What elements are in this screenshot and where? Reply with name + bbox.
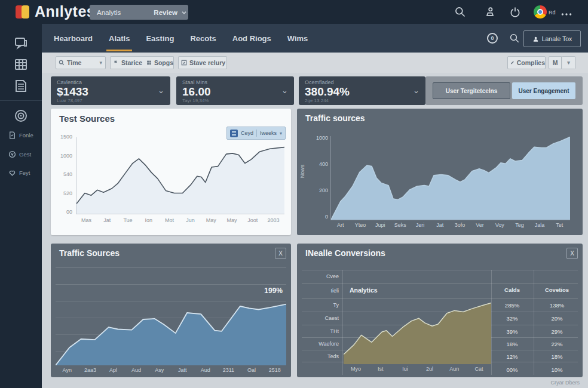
tick-label: 00 xyxy=(66,209,72,215)
x-axis-ticks: Ayn2aa3AplAudAsyJattAud2311Oal2518 xyxy=(56,367,286,373)
tick-label: Myo xyxy=(344,366,368,372)
tick-label: Jeri xyxy=(410,222,430,228)
workspace-switcher[interactable]: Analytis Review xyxy=(90,5,188,20)
mode-label: M xyxy=(553,59,558,66)
y-axis-label: Nows xyxy=(299,165,305,178)
gridline xyxy=(56,267,286,268)
tick-label: Jat xyxy=(97,217,118,223)
sidebar-item-feyt[interactable]: Feyt xyxy=(8,169,30,177)
legend-item: Iweeks xyxy=(260,130,277,136)
power-icon[interactable] xyxy=(509,6,521,18)
user-engagement-button[interactable]: User Engagement xyxy=(512,82,575,99)
tick-label: Jatt xyxy=(171,367,194,373)
analytics-dashboard: Anılytes Analytis Review Rd xyxy=(0,0,588,388)
cell-calds: 32% xyxy=(492,315,532,322)
tick-label: Ion xyxy=(138,217,159,223)
brand-logo-icon xyxy=(22,5,29,19)
kpi-card-cavlentica: Cavlentica $1433 Luar 78,497 ⌄ xyxy=(51,76,170,105)
target-icon[interactable] xyxy=(14,109,28,123)
calendar-icon xyxy=(230,130,238,137)
cell-covetios: 138% xyxy=(535,302,579,309)
sidebar-item-label: Gest xyxy=(19,151,31,158)
search-icon[interactable] xyxy=(454,6,466,18)
tick-label: Mas xyxy=(76,217,97,223)
save-relury-label: Stave relury xyxy=(189,59,225,66)
cell-calds: 12% xyxy=(492,353,532,360)
chat-window-icon[interactable] xyxy=(14,36,28,50)
row-label: Ty xyxy=(302,302,339,308)
table-line xyxy=(302,298,578,299)
search-icon[interactable] xyxy=(509,33,520,44)
tick-label: Ayn xyxy=(56,367,79,373)
time-range-select[interactable]: Time ▾ xyxy=(56,56,106,69)
mode-dropdown-button[interactable]: ▾ xyxy=(562,56,575,69)
profile-button[interactable]: Lanale Tox xyxy=(523,30,581,47)
tick-label: Seks xyxy=(390,222,410,228)
time-select-value: Time xyxy=(67,59,81,66)
tick-label: 200 xyxy=(319,187,328,193)
tick-label: 400 xyxy=(319,161,328,167)
pencil-icon xyxy=(510,60,514,66)
user-avatar[interactable] xyxy=(534,5,547,19)
chevron-down-icon[interactable]: ⌄ xyxy=(281,86,288,95)
chevron-down-icon[interactable]: ⌄ xyxy=(158,86,164,95)
line-chart xyxy=(76,137,284,214)
cell-covetios: 20% xyxy=(535,315,579,322)
row-label: Cvee xyxy=(302,273,339,279)
starice-button[interactable]: Starice xyxy=(110,56,145,69)
mode-button[interactable]: M xyxy=(549,56,562,69)
brand-title: Anılytes xyxy=(35,3,95,20)
tab-aod-riogs[interactable]: Aod Riogs xyxy=(232,24,271,53)
tick-label: Asy xyxy=(148,367,171,373)
workstation-icon[interactable] xyxy=(484,6,496,18)
cell-covetios: 10% xyxy=(535,367,579,373)
x-axis-ticks: MyoIstIui2ulAunCat xyxy=(344,366,491,372)
table-line xyxy=(534,270,534,375)
tick-label: Ist xyxy=(368,366,393,372)
close-button[interactable]: X xyxy=(275,248,286,259)
chevron-down-icon xyxy=(180,8,188,17)
peak-value-label: 199% xyxy=(264,287,283,295)
cell-covetios: 18% xyxy=(535,353,579,360)
sidebar-item-gest[interactable]: Gest xyxy=(8,150,31,158)
tab-hearboard[interactable]: Hearboard xyxy=(54,24,93,53)
tab-wims[interactable]: Wims xyxy=(287,24,308,53)
close-button[interactable]: X xyxy=(566,248,578,259)
status-badge[interactable]: 0 xyxy=(487,33,498,44)
table-icon[interactable] xyxy=(14,57,28,72)
panel-title: INealle Conversions xyxy=(305,248,385,258)
overflow-menu-icon[interactable] xyxy=(561,8,572,20)
heart-icon xyxy=(8,169,16,177)
cell-calds: 285% xyxy=(492,302,532,309)
cell-covetios: 22% xyxy=(535,341,579,347)
tick-label: Cat xyxy=(467,366,491,372)
panel-conversions: INealle Conversions X Cvee Iieli Analyti… xyxy=(297,244,583,377)
tab-alatls[interactable]: Alatls xyxy=(109,24,130,53)
area-chart xyxy=(56,300,286,365)
user-targeting-button[interactable]: User Tergitetcelns xyxy=(433,82,510,99)
document-icon[interactable] xyxy=(14,79,28,93)
cell-calds: 39% xyxy=(492,328,532,335)
app-header: Anılytes Analytis Review Rd xyxy=(0,0,588,24)
badge-circle-icon xyxy=(8,150,16,158)
save-box-icon xyxy=(181,60,187,66)
tick-label: May xyxy=(222,217,243,223)
table-line xyxy=(491,270,492,375)
tick-label: 2518 xyxy=(263,367,286,373)
profile-button-label: Lanale Tox xyxy=(542,35,572,42)
sidebar-item-fonle[interactable]: Fonle xyxy=(8,131,33,139)
main-content: Cavlentica $1433 Luar 78,497 ⌄ Staal Min… xyxy=(42,73,588,388)
gridline xyxy=(56,284,286,285)
row-label: Iieli xyxy=(302,288,339,294)
tick-label: Mot xyxy=(159,217,180,223)
sopgs-button[interactable]: Sopgs xyxy=(144,56,174,69)
tick-label: Tet xyxy=(550,222,569,228)
chevron-down-icon[interactable]: ⌄ xyxy=(413,86,419,95)
row-label: THt xyxy=(302,328,339,334)
divider xyxy=(256,130,257,137)
save-relury-button[interactable]: Stave relury xyxy=(178,56,227,69)
complies-button[interactable]: Complies xyxy=(507,56,546,69)
column-header-analytics: Analytics xyxy=(350,287,378,294)
tab-recots[interactable]: Recots xyxy=(190,24,216,53)
tab-easting[interactable]: Easting xyxy=(146,24,174,53)
